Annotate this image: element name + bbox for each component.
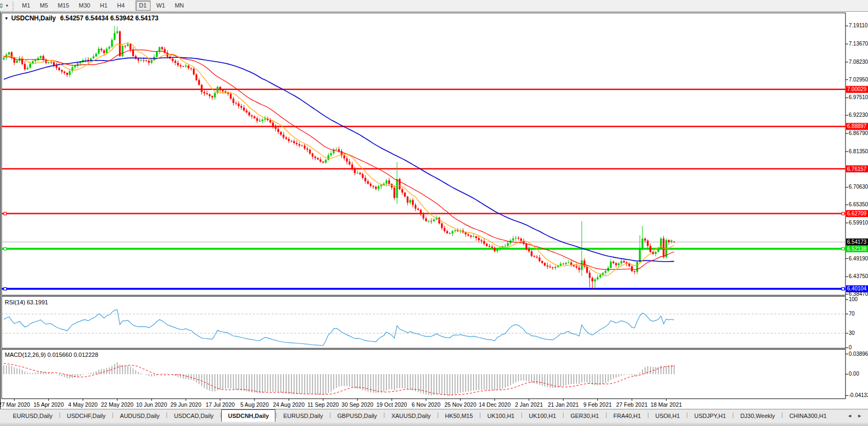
level-handle[interactable]: [842, 212, 844, 215]
date-tick-label: 27 Mar 2020: [1, 401, 30, 408]
price-tick-label: 6.92230: [849, 112, 868, 118]
chart-tab-dj30-weekly[interactable]: DJ30,Weekly: [734, 409, 782, 422]
tab-scroll-arrows: ◄►: [844, 409, 868, 422]
price-chart-canvas[interactable]: 7.191107.136707.082307.029506.975106.922…: [1, 12, 868, 409]
symbol-period-label: USDCNH,Daily: [11, 14, 56, 22]
chart-tab-hk50-m15[interactable]: HK50,M15: [439, 409, 480, 422]
price-badge-label: 6.88897: [847, 123, 867, 129]
period-button-h1[interactable]: H1: [96, 1, 111, 11]
date-tick-label: 2 Jan 2021: [515, 401, 543, 408]
date-tick-label: 30 Sep 2020: [341, 401, 373, 408]
chart-tab-eurusd-daily[interactable]: EURUSD,Daily: [277, 409, 330, 422]
price-badge-label: 6.40104: [847, 286, 867, 292]
chart-tab-xauusd-daily[interactable]: XAUUSD,Daily: [385, 409, 437, 422]
rsi-tick-label: 0: [849, 345, 852, 350]
chart-tab-china300-h1[interactable]: CHINA300,H1: [783, 409, 833, 422]
period-button-h4[interactable]: H4: [114, 1, 129, 11]
price-badge-label: 6.76157: [847, 166, 867, 172]
rsi-indicator-label: RSI(14) 63.1991: [5, 299, 48, 305]
period-button-mn[interactable]: MN: [171, 1, 188, 11]
period-button-m15[interactable]: M15: [54, 1, 73, 11]
price-tick-label: 6.43750: [849, 273, 868, 279]
chart-tab-usdcnh-daily[interactable]: USDCNH,Daily: [221, 409, 275, 422]
collapse-triangle-icon[interactable]: ▼: [4, 16, 9, 21]
chart-tab-ger30-h1[interactable]: GER30,H1: [564, 409, 605, 422]
chart-tab-audusd-daily[interactable]: AUDUSD,Daily: [114, 409, 166, 422]
price-tick-label: 6.81350: [849, 148, 868, 154]
price-badge-label: 7.00029: [847, 86, 867, 92]
chart-window[interactable]: ▼USDCNH,Daily6.54257 6.54434 6.53942 6.5…: [0, 12, 868, 409]
chart-tab-gbpusd-daily[interactable]: GBPUSD,Daily: [331, 409, 384, 422]
chart-tab-usdchf-daily[interactable]: USDCHF,Daily: [61, 409, 112, 422]
ohlc-values: 6.54257 6.54434 6.53942 6.54173: [60, 14, 159, 22]
period-button-m30[interactable]: M30: [75, 1, 94, 11]
level-handle[interactable]: [4, 248, 6, 250]
chart-tab-usdjpy-h1[interactable]: USDJPY,H1: [688, 409, 732, 422]
period-button-d1[interactable]: D1: [136, 1, 151, 11]
date-tick-label: 14 Dec 2020: [478, 401, 511, 408]
price-tick-label: 6.86790: [849, 130, 868, 136]
date-tick-label: 17 Jul 2020: [206, 401, 235, 408]
level-handle[interactable]: [842, 248, 844, 250]
main-price-panel: [2, 13, 845, 295]
level-handle[interactable]: [4, 287, 6, 290]
price-badge-label: 6.62709: [847, 211, 867, 216]
period-button-w1[interactable]: W1: [153, 1, 169, 11]
timeframe-toolbar: ⇕ ▾ M1M5M15M30H1H4D1W1MN: [0, 0, 868, 12]
chart-tab-bar: EURUSD,Daily|USDCHF,Daily|AUDUSD,Daily|U…: [0, 409, 868, 422]
date-tick-label: 27 Feb 2021: [616, 401, 648, 408]
price-tick-label: 7.02950: [849, 77, 868, 83]
date-tick-label: 21 Jan 2021: [548, 401, 579, 408]
period-button-m1[interactable]: M1: [18, 1, 34, 11]
rsi-tick-label: 30: [849, 330, 855, 336]
date-tick-label: 18 Mar 2021: [650, 401, 682, 408]
price-tick-label: 6.65350: [849, 201, 868, 207]
date-tick-label: 25 Nov 2020: [444, 401, 476, 408]
macd-tick-label: 0.00: [849, 371, 859, 377]
price-badge-label: 6.54173: [847, 239, 867, 245]
level-handle[interactable]: [4, 212, 6, 215]
macd-tick-label: 0.038962: [849, 351, 868, 357]
macd-tick-label: -0.041322: [849, 392, 868, 398]
price-tick-label: 7.08230: [849, 59, 868, 65]
date-tick-label: 15 Apr 2020: [33, 401, 64, 408]
date-tick-label: 5 Aug 2020: [240, 401, 268, 408]
price-tick-label: 6.70630: [849, 184, 868, 190]
date-tick-label: 24 Aug 2020: [273, 401, 305, 408]
rsi-tick-label: 100: [849, 296, 858, 302]
date-axis[interactable]: 27 Mar 202015 Apr 20204 May 202022 May 2…: [1, 399, 682, 408]
chart-tab-uk100-h1[interactable]: UK100,H1: [481, 409, 521, 422]
toolbar-separator: [132, 2, 132, 10]
date-tick-label: 6 Nov 2020: [411, 401, 440, 408]
tab-scroll-left-icon[interactable]: ◄: [844, 413, 855, 418]
chart-scroll-tool-icon[interactable]: ⇕: [0, 2, 5, 10]
price-badge-label: 6.52138: [847, 246, 867, 252]
level-handle[interactable]: [842, 287, 844, 290]
chart-tab-eurusd-daily[interactable]: EURUSD,Daily: [6, 409, 59, 422]
date-tick-label: 19 Oct 2020: [377, 401, 407, 408]
date-tick-label: 11 Sep 2020: [308, 401, 339, 408]
toolbar-grip[interactable]: [11, 2, 14, 10]
rsi-tick-label: 70: [849, 311, 855, 317]
rsi-panel: [2, 296, 845, 348]
price-tick-label: 7.19110: [849, 23, 868, 28]
price-tick-label: 6.49190: [849, 256, 868, 261]
window-bottom-strip: [0, 422, 868, 426]
caret-down-icon[interactable]: ▾: [5, 3, 10, 8]
chart-tab-usdcad-daily[interactable]: USDCAD,Daily: [168, 409, 220, 422]
date-tick-label: 29 Jun 2020: [170, 401, 201, 408]
price-tick-label: 6.97510: [849, 94, 868, 100]
price-tick-label: 7.13670: [849, 41, 868, 47]
chart-tab-fra40-h1[interactable]: FRA40,H1: [607, 409, 647, 422]
date-tick-label: 22 May 2020: [101, 401, 133, 408]
tab-scroll-right-icon[interactable]: ►: [855, 413, 865, 418]
macd-indicator-label: MACD(12,26,9) 0.015660 0.012228: [5, 352, 98, 358]
chart-title: ▼USDCNH,Daily6.54257 6.54434 6.53942 6.5…: [4, 14, 159, 22]
price-tick-label: 6.59910: [849, 220, 868, 226]
chart-tab-uk100-h1[interactable]: UK100,H1: [522, 409, 563, 422]
period-button-m5[interactable]: M5: [36, 1, 51, 11]
date-tick-label: 9 Feb 2021: [583, 401, 612, 408]
date-tick-label: 10 Jun 2020: [136, 401, 167, 408]
date-tick-label: 4 May 2020: [68, 401, 98, 408]
chart-tab-usoil-h1[interactable]: USOil,H1: [649, 409, 686, 422]
